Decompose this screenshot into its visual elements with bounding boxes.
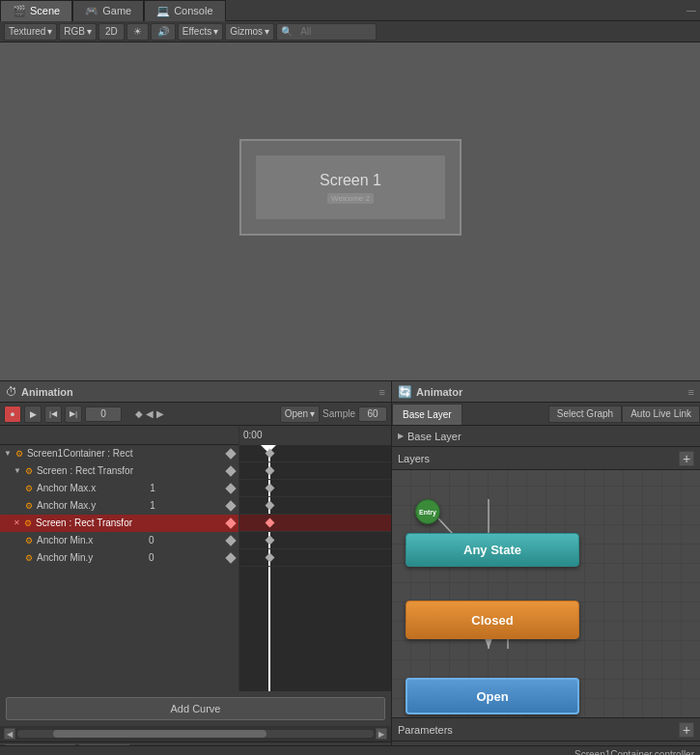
triangle-icon-4: ✕ [14,518,20,527]
sample-input[interactable] [358,406,387,422]
rgb-chevron: ▾ [87,26,92,37]
screen-preview: Screen 1 Welcome 2 [239,139,462,236]
animation-panel: ⏱ Animation ≡ ● ▶ |◀ ▶| ◆ ◀ ▶ [0,380,391,755]
state-machine-canvas[interactable]: Entry Any State Closed Open [392,470,700,717]
top-tab-bar: 🎬 Scene 🎮 Game 💻 Console — [0,0,700,21]
next-frame-icon: ▶| [70,409,77,418]
rgb-dropdown[interactable]: RGB ▾ [59,23,97,41]
closed-label: Closed [471,613,513,628]
value-2: 1 [150,483,155,493]
kf-diamond-3 [266,501,275,511]
sun-button[interactable]: ☀ [126,23,149,41]
animator-panel-menu[interactable]: ≡ [688,386,694,398]
hier-item-3[interactable]: ⚙ Anchor Max.y 1 [0,497,238,515]
kf-diamond-4 [266,518,275,528]
keyframe-row-1 [239,462,391,480]
any-state-node[interactable]: Any State [406,533,579,567]
timeline-label-area [0,426,239,445]
keyframe-row-5 [239,532,391,549]
status-text: Screen1Container.controller [574,749,694,755]
animation-icon: ⏱ [6,385,17,399]
two-d-button[interactable]: 2D [98,23,125,41]
timeline-time-zero: 0:00 [243,430,262,440]
keyframe-4[interactable] [225,517,236,528]
effects-chevron: ▾ [213,26,218,37]
textured-chevron: ▾ [47,26,52,37]
keyframe-6[interactable] [225,552,236,563]
animation-content: ▼ ⚙ Screen1Container : Rect ▼ ⚙ Screen :… [0,445,391,691]
kf-diamond-6 [266,553,275,563]
value-3: 1 [150,500,155,511]
animator-toolbar: Base Layer Select Graph Auto Live Link [392,403,700,426]
triangle-icon-1: ▼ [14,466,21,475]
layers-label: Layers [398,453,430,464]
status-bar: Screen1Container.controller [0,745,700,755]
entry-label: Entry [419,509,436,516]
gizmos-label: Gizmos [230,26,263,37]
select-graph-label: Select Graph [557,408,613,419]
keyframe-5[interactable] [225,535,236,545]
record-button[interactable]: ● [4,405,21,423]
hier-item-4[interactable]: ✕ ⚙ Screen : Rect Transfor [0,515,238,532]
keyframe-1[interactable] [225,465,236,476]
effects-dropdown[interactable]: Effects ▾ [178,23,223,41]
gizmos-dropdown[interactable]: Gizmos ▾ [225,23,274,41]
tab-console[interactable]: 💻 Console [144,0,225,21]
keyframe-left-icon: ◀ [146,408,154,419]
clip-chevron: ▾ [310,408,315,419]
scroll-right-arrow[interactable]: ▶ [376,728,387,740]
time-input[interactable] [85,406,122,422]
textured-label: Textured [9,26,45,37]
scroll-left-arrow[interactable]: ◀ [4,728,15,740]
keyframe-0[interactable] [225,448,236,459]
search-input[interactable] [294,23,372,41]
kf-diamond-2 [266,484,275,493]
screen-subtitle: Welcome 2 [327,193,374,204]
base-layer-tab[interactable]: Base Layer [392,404,462,425]
select-graph-button[interactable]: Select Graph [548,405,622,423]
keyframe-3[interactable] [225,500,236,511]
scroll-thumb [53,730,266,738]
next-frame-button[interactable]: ▶| [65,405,82,423]
prev-frame-button[interactable]: |◀ [44,405,62,423]
kf-diamond-0 [266,449,275,459]
hier-item-6[interactable]: ⚙ Anchor Min.y 0 [0,549,238,567]
open-state-node[interactable]: Open [406,678,579,714]
hier-icon-5: ⚙ [25,536,33,545]
hier-item-2[interactable]: ⚙ Anchor Max.x 1 [0,480,238,497]
screen-preview-inner: Screen 1 Welcome 2 [256,155,445,219]
keyframe-2[interactable] [225,483,236,493]
auto-live-link-button[interactable]: Auto Live Link [622,405,700,423]
textured-dropdown[interactable]: Textured ▾ [4,23,57,41]
entry-state-node[interactable]: Entry [415,499,440,524]
tab-scene[interactable]: 🎬 Scene [0,0,72,21]
value-6: 0 [149,552,154,563]
hier-item-5[interactable]: ⚙ Anchor Min.x 0 [0,532,238,549]
hier-icon-3: ⚙ [25,501,33,511]
console-icon: 💻 [156,5,170,17]
play-icon: ▶ [30,409,37,419]
horizontal-scrollbar[interactable]: ◀ ▶ [0,726,391,741]
add-curve-button[interactable]: Add Curve [6,697,385,720]
add-curve-area: Add Curve [0,691,391,726]
animation-panel-menu[interactable]: ≡ [379,386,385,398]
play-button[interactable]: ▶ [24,405,42,423]
hier-label-1: Screen : Rect Transfor [37,465,133,476]
search-icon: 🔍 [281,26,293,37]
params-add-button[interactable]: + [679,722,694,738]
hier-icon-1: ⚙ [25,466,33,476]
clip-dropdown[interactable]: Open ▾ [280,405,320,423]
search-bar[interactable]: 🔍 [276,23,377,41]
layers-add-button[interactable]: + [679,451,694,466]
animator-panel: 🔄 Animator ≡ Base Layer Select Graph Aut… [391,380,700,755]
keyframe-row-0 [239,445,391,462]
timeline-keyframes[interactable] [239,445,391,691]
audio-button[interactable]: 🔊 [151,23,176,41]
closed-state-node[interactable]: Closed [406,601,579,639]
prev-frame-icon: |◀ [49,409,57,418]
scroll-track[interactable] [17,730,374,738]
hier-item-0[interactable]: ▼ ⚙ Screen1Container : Rect [0,445,238,462]
tab-game[interactable]: 🎮 Game [72,0,144,21]
hier-item-1[interactable]: ▼ ⚙ Screen : Rect Transfor [0,462,238,480]
keyframe-row-3 [239,497,391,515]
